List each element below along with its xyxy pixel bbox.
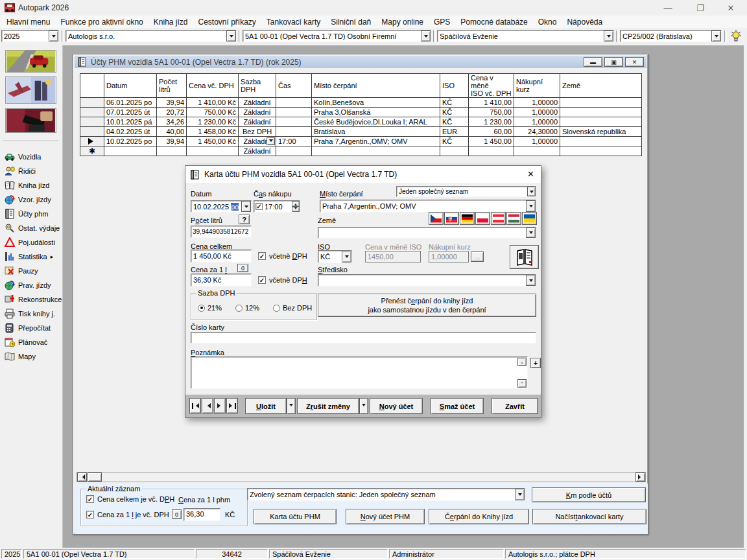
table-cell[interactable] <box>276 117 312 127</box>
table-cell[interactable]: 39,94 <box>157 98 187 108</box>
child-restore-icon[interactable]: ▣ <box>604 57 623 67</box>
table-cell[interactable]: Slovenská republika <box>560 127 642 137</box>
row-selector[interactable] <box>80 98 104 108</box>
station-list-combobox[interactable]: Jeden společný seznam <box>396 186 536 197</box>
chevron-down-icon[interactable] <box>241 201 251 212</box>
table-cell[interactable]: 34,26 <box>157 117 187 127</box>
flag-ua-icon[interactable] <box>522 212 537 225</box>
table-cell[interactable]: 07.01.2025 út <box>104 108 157 117</box>
sidebar-item-planovac[interactable]: Plánovač <box>5 337 63 347</box>
table-cell[interactable] <box>560 146 642 156</box>
chevron-down-icon[interactable] <box>526 228 536 238</box>
menu-kniha-jizd[interactable]: Kniha jízd <box>148 18 193 27</box>
flag-pl-icon[interactable] <box>475 212 490 225</box>
column-header[interactable]: Datum <box>104 74 157 98</box>
table-cell[interactable]: 1,00000 <box>514 98 560 108</box>
sidebar-item-ridici[interactable]: Řidiči <box>5 166 63 176</box>
liter-incl-vat-checkbox[interactable]: ✓včetně DPH <box>258 276 307 284</box>
note-textarea[interactable] <box>191 356 528 389</box>
chevron-down-icon[interactable] <box>421 30 431 41</box>
table-cell[interactable]: 20,72 <box>157 108 187 117</box>
table-cell[interactable]: Bez DPH <box>239 127 276 137</box>
fuel-card-button[interactable]: Karta účtu PHM <box>254 509 337 524</box>
menu-funkce[interactable]: Funkce pro aktivní okno <box>55 18 148 27</box>
flag-at-icon[interactable] <box>491 212 506 225</box>
table-cell[interactable]: Základní <box>239 98 276 108</box>
row-selector[interactable] <box>80 127 104 137</box>
table-cell[interactable]: 1 450,00 <box>469 137 514 146</box>
new-fuel-record-button[interactable]: Nový účet PHM <box>346 509 425 524</box>
phonebook-button[interactable] <box>510 245 539 269</box>
delete-record-button[interactable]: Smaž účet <box>431 398 484 414</box>
row-selector[interactable] <box>80 108 104 117</box>
table-cell[interactable] <box>560 98 642 108</box>
price-per-liter-input[interactable]: 36,30 <box>184 508 220 521</box>
vehicle-combobox[interactable]: 5A1 00-01 (Opel Vectra 1.7 TD) Osobní Fi… <box>243 30 431 42</box>
table-cell[interactable]: Základní <box>239 137 276 146</box>
checkmark-icon[interactable]: ✓ <box>86 511 94 519</box>
zero-button[interactable]: 0 <box>172 509 182 519</box>
table-cell[interactable]: KČ <box>440 117 469 127</box>
sidebar-item-statistika[interactable]: Statistika▸ <box>5 251 63 262</box>
row-selector[interactable]: ✱ <box>80 146 104 156</box>
close-icon[interactable]: ✕ <box>527 169 534 179</box>
table-cell[interactable]: 10.02.2025 po <box>104 137 157 146</box>
table-cell[interactable] <box>560 117 642 127</box>
restore-icon[interactable]: ❐ <box>685 0 715 16</box>
table-cell[interactable] <box>276 108 312 117</box>
sidebar-item-vozidla[interactable]: Vozidla <box>5 152 63 162</box>
table-cell[interactable]: 1 230,00 Kč <box>187 117 239 127</box>
flag-de-icon[interactable] <box>460 212 475 225</box>
table-cell[interactable]: 750,00 Kč <box>187 108 239 117</box>
time-enabled-checkbox[interactable]: ✓ <box>255 203 263 210</box>
table-cell[interactable] <box>187 146 239 156</box>
sidebar-item-mapy[interactable]: Mapy <box>5 351 63 362</box>
menu-napoveda[interactable]: Nápověda <box>562 18 608 27</box>
table-cell[interactable]: 750,00 <box>469 108 514 117</box>
sidebar-item-vzor-jizdy[interactable]: Vzor. jízdy <box>5 194 63 205</box>
spinner-up-icon[interactable] <box>292 201 300 207</box>
flag-sk-icon[interactable] <box>444 212 459 225</box>
zero-button[interactable]: 0 <box>237 264 248 272</box>
table-cell[interactable]: 1 230,00 <box>469 117 514 127</box>
time-spinner[interactable] <box>292 201 300 212</box>
close-button[interactable]: Zavřít <box>492 398 538 414</box>
column-header[interactable]: Nákupní kurz <box>514 74 560 98</box>
km-by-accounts-button[interactable]: Km podle účtů <box>532 487 646 502</box>
table-cell[interactable]: 1,00000 <box>514 137 560 146</box>
company-combobox[interactable]: Autologis s.r.o. <box>65 30 237 42</box>
first-record-icon[interactable] <box>189 398 201 414</box>
sidebar-item-ostat-vydaje[interactable]: Ostat. výdaje <box>5 223 63 233</box>
table-cell[interactable]: 1 410,00 <box>469 98 514 108</box>
checkmark-icon[interactable]: ✓ <box>86 495 94 503</box>
flag-hu-icon[interactable] <box>506 212 521 225</box>
iso-currency-combobox[interactable]: KČ <box>318 250 352 263</box>
row-selector[interactable] <box>80 137 104 146</box>
total-incl-vat-checkbox[interactable]: ✓včetně DPH <box>258 252 307 260</box>
purchase-time-input[interactable]: ✓ 17:00 <box>254 200 300 213</box>
menu-okno[interactable]: Okno <box>533 18 562 27</box>
minimize-icon[interactable]: — <box>653 0 683 16</box>
table-cell[interactable]: Praha 7,Argentin.,OMV; OMV <box>312 137 440 146</box>
table-cell[interactable]: Základní <box>239 146 276 156</box>
menu-silnicni-dan[interactable]: Silniční daň <box>326 18 376 27</box>
sidebar-item-rekonstrukce[interactable]: Rekonstrukce <box>5 294 63 305</box>
table-cell[interactable]: KČ <box>440 137 469 146</box>
menu-pomocne-db[interactable]: Pomocné databáze <box>455 18 532 27</box>
column-header[interactable]: Čas <box>276 74 312 98</box>
sidebar-item-tisk-knihy[interactable]: Tisk knihy j. <box>5 309 63 319</box>
table-cell[interactable] <box>469 146 514 156</box>
dialog-titlebar[interactable]: Karta účtu PHM vozidla 5A1 00-01 (Opel V… <box>185 166 541 183</box>
table-cell[interactable]: 10.01.2025 pá <box>104 117 157 127</box>
vat-12-radio[interactable]: 12% <box>235 304 259 312</box>
table-cell[interactable]: 04.02.2025 út <box>104 127 157 137</box>
checkmark-icon[interactable]: ✓ <box>258 252 266 260</box>
previous-record-icon[interactable] <box>202 398 213 414</box>
table-cell[interactable] <box>276 127 312 137</box>
rate-lookup-button[interactable]: ... <box>471 251 484 262</box>
vat-none-radio[interactable]: Bez DPH <box>273 304 312 312</box>
radio-selected-icon[interactable] <box>198 305 205 312</box>
note-scroll-down-icon[interactable] <box>517 379 527 388</box>
table-cell[interactable]: Základní <box>239 117 276 127</box>
table-cell[interactable]: KČ <box>440 98 469 108</box>
